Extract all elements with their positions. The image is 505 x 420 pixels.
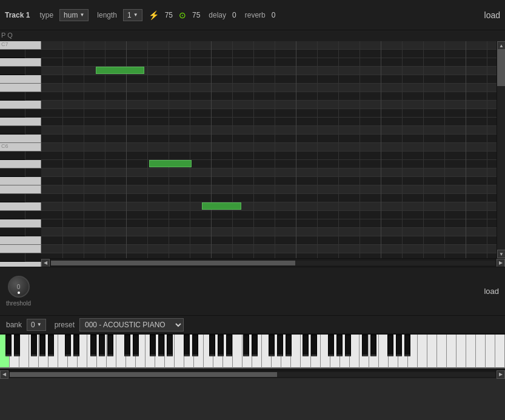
piano-white-key[interactable]	[0, 160, 41, 168]
keyboard-white-key[interactable]	[447, 335, 457, 368]
keyboard-black-key[interactable]	[90, 335, 96, 356]
piano-white-key[interactable]	[0, 202, 41, 211]
piano-black-key[interactable]	[0, 92, 25, 101]
piano-white-key[interactable]	[0, 262, 41, 267]
keyboard-container[interactable]	[0, 335, 505, 370]
piano-roll-note[interactable]	[149, 160, 192, 167]
keyboard-black-key[interactable]	[328, 335, 334, 356]
type-dropdown[interactable]: hum	[59, 9, 89, 21]
hscroll-track[interactable]	[51, 261, 495, 265]
vscroll-down[interactable]: ▼	[497, 250, 505, 258]
keyboard-black-key[interactable]	[167, 335, 173, 356]
keyboard-black-key[interactable]	[311, 335, 317, 356]
keyboard-black-key[interactable]	[226, 335, 232, 356]
bank-dropdown[interactable]: 0	[27, 319, 46, 331]
vertical-scrollbar[interactable]: ▲ ▼	[497, 41, 505, 258]
keyboard-black-key[interactable]	[39, 335, 45, 356]
keyboard-black-key[interactable]	[277, 335, 283, 356]
vscroll-thumb[interactable]	[497, 50, 505, 86]
keyboard-black-key[interactable]	[150, 335, 156, 356]
keyboard-black-key[interactable]	[99, 335, 105, 356]
keyboard-black-key[interactable]	[65, 335, 71, 356]
keyboard-black-key[interactable]	[133, 335, 139, 356]
piano-white-key[interactable]	[0, 84, 41, 92]
keyboard-white-key[interactable]	[427, 335, 437, 368]
hscroll-thumb[interactable]	[51, 261, 295, 265]
keyboard-white-key[interactable]	[495, 335, 505, 368]
bottom-hscroll-left[interactable]: ◀	[0, 370, 8, 379]
piano-black-key[interactable]	[0, 253, 25, 262]
piano-black-key[interactable]	[0, 194, 25, 202]
keyboard-white-key[interactable]	[437, 335, 447, 368]
keyboard-black-key[interactable]	[370, 335, 376, 356]
grid[interactable]	[41, 41, 497, 258]
piano-black-key[interactable]	[0, 211, 25, 219]
keyboard-black-key[interactable]	[184, 335, 190, 356]
grid-wrapper[interactable]	[41, 41, 497, 258]
bottom-load-button[interactable]: load	[484, 287, 499, 296]
bottom-hscroll-right[interactable]: ▶	[497, 370, 505, 379]
keyboard-black-key[interactable]	[218, 335, 224, 356]
length-dropdown[interactable]: 1	[123, 9, 142, 21]
keyboard-black-key[interactable]	[345, 335, 351, 356]
keyboard-black-key[interactable]	[404, 335, 410, 356]
keyboard-black-key[interactable]	[14, 335, 20, 356]
keyboard-black-key[interactable]	[48, 335, 54, 356]
vscroll-track[interactable]	[497, 50, 505, 250]
piano-white-key[interactable]	[0, 185, 41, 194]
keyboard-black-key[interactable]	[303, 335, 309, 356]
keyboard-black-key[interactable]	[107, 335, 113, 356]
vscroll-up[interactable]: ▲	[497, 41, 505, 50]
keyboard-black-key[interactable]	[269, 335, 275, 356]
keyboard-white-key[interactable]	[19, 335, 29, 368]
piano-white-key[interactable]	[0, 101, 41, 109]
piano-white-key[interactable]	[0, 236, 41, 245]
bottom-hscroll-thumb[interactable]	[10, 372, 277, 377]
preset-select[interactable]: 000 - ACOUSTIC PIANO 001 - BRIGHT ACOUST…	[79, 318, 184, 332]
keyboard-white-key[interactable]	[233, 335, 242, 368]
piano-black-key[interactable]	[0, 50, 25, 58]
keyboard[interactable]	[0, 333, 505, 370]
keyboard-black-key[interactable]	[252, 335, 258, 356]
bottom-hscroll[interactable]: ◀ ▶	[0, 370, 505, 378]
keyboard-black-key[interactable]	[286, 335, 292, 356]
piano-black-key[interactable]	[0, 228, 25, 236]
piano-black-key[interactable]	[0, 67, 25, 75]
keyboard-black-key[interactable]	[124, 335, 130, 356]
keyboard-black-key[interactable]	[336, 335, 343, 356]
bottom-hscroll-track[interactable]	[10, 372, 495, 377]
piano-white-key[interactable]	[0, 135, 41, 143]
piano-roll-note[interactable]	[202, 202, 241, 210]
keyboard-black-key[interactable]	[362, 335, 368, 356]
piano-black-key[interactable]	[0, 168, 25, 177]
keyboard-black-key[interactable]	[387, 335, 393, 356]
piano-white-key[interactable]	[0, 245, 41, 253]
piano-black-key[interactable]	[0, 109, 25, 118]
keyboard-black-key[interactable]	[209, 335, 215, 356]
keyboard-black-key[interactable]	[396, 335, 402, 356]
threshold-knob[interactable]: 0	[8, 276, 30, 298]
keyboard-white-key[interactable]	[486, 335, 495, 368]
keyboard-white-key[interactable]	[457, 335, 466, 368]
keyboard-black-key[interactable]	[192, 335, 198, 356]
keyboard-white-key[interactable]	[466, 335, 476, 368]
piano-white-key[interactable]	[0, 177, 41, 185]
piano-white-key[interactable]	[0, 58, 41, 67]
keyboard-black-key[interactable]	[5, 335, 12, 356]
piano-roll-note[interactable]	[96, 67, 144, 74]
piano-white-key[interactable]	[0, 75, 41, 84]
piano-black-key[interactable]	[0, 152, 25, 160]
keyboard-black-key[interactable]	[73, 335, 79, 356]
horizontal-scrollbar[interactable]: ◀ ▶	[41, 258, 505, 267]
piano-white-key[interactable]	[0, 219, 41, 228]
keyboard-white-key[interactable]	[291, 335, 301, 368]
hscroll-right[interactable]: ▶	[497, 259, 505, 267]
keyboard-white-key[interactable]	[175, 335, 184, 368]
keyboard-white-key[interactable]	[476, 335, 486, 368]
keyboard-black-key[interactable]	[243, 335, 249, 356]
keyboard-white-key[interactable]	[418, 335, 427, 368]
keyboard-black-key[interactable]	[158, 335, 164, 356]
hscroll-left[interactable]: ◀	[41, 259, 50, 267]
piano-white-key[interactable]	[0, 118, 41, 126]
header-load-button[interactable]: load	[484, 10, 500, 20]
